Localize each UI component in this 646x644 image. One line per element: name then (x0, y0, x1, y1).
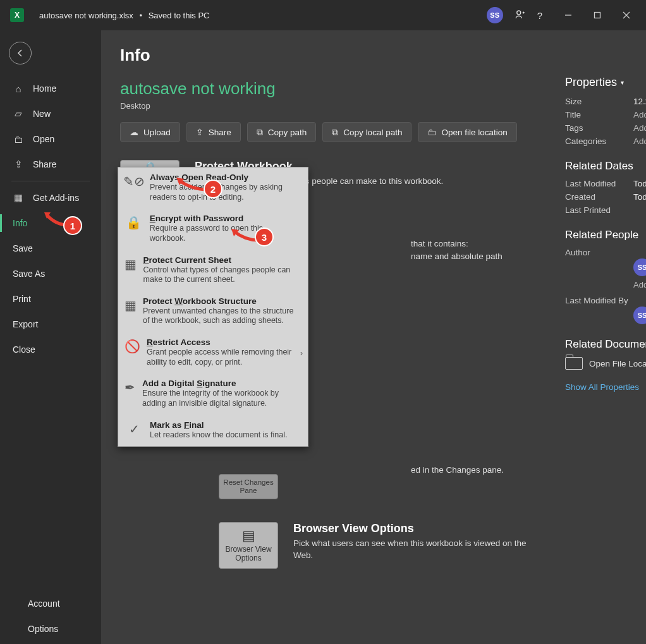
page-title: Info (120, 46, 627, 65)
author-person[interactable]: SS Srishti Sisodia (633, 258, 646, 276)
close-button[interactable] (612, 0, 641, 30)
reset-changes-pane-button[interactable]: Reset Changes Pane (219, 474, 278, 499)
prop-label: Tags (565, 123, 633, 133)
inspect-fragment: that it contains: (411, 238, 503, 250)
browser-view-options-button[interactable]: ▤ Browser View Options (219, 522, 278, 569)
share-button[interactable]: ⇪Share (186, 122, 241, 142)
protect-workbook-dropdown: ✎⊘ Always Open Read-OnlyPrevent accident… (118, 167, 308, 447)
sidebar-item-print[interactable]: Print (0, 286, 101, 312)
prop-label: Last Modified (565, 179, 633, 188)
sidebar-item-export[interactable]: Export (0, 312, 101, 337)
properties-panel: Properties Size12.2KB TitleAdd a title T… (565, 76, 646, 392)
inspect-fragment: name and absolute path (411, 250, 503, 263)
readonly-icon: ✎⊘ (125, 173, 143, 202)
dropdown-protect-sheet[interactable]: ▦ Protect Current SheetControl what type… (118, 250, 308, 291)
svg-point-0 (516, 11, 520, 15)
annotation-badge-2: 2 (204, 179, 222, 198)
dropdown-digital-signature[interactable]: ✒ Add a Digital SignatureEnsure the inte… (118, 374, 308, 415)
sheet-lock-icon: ▦ (125, 255, 137, 285)
prop-label: Size (565, 97, 633, 106)
copy-local-path-button[interactable]: ⧉Copy local path (322, 122, 411, 142)
prop-label: Created (565, 192, 633, 202)
modified-by-label: Last Modified By (565, 296, 646, 305)
annotation-badge-1: 1 (63, 216, 82, 235)
signature-icon: ✒ (125, 379, 136, 408)
addins-icon: ▦ (13, 192, 24, 204)
browser-view-section: ▤ Browser View Options Browser View Opti… (219, 522, 546, 569)
folder-icon (565, 357, 583, 370)
file-location: Desktop (120, 101, 627, 111)
document-title: autosave not working.xlsx • Saved to thi… (39, 11, 210, 20)
avatar: SS (633, 307, 646, 324)
link-icon: ⧉ (257, 127, 263, 138)
open-file-location-link[interactable]: Open File Location (565, 357, 646, 370)
home-icon: ⌂ (13, 83, 24, 94)
add-title-link[interactable]: Add a title (633, 110, 646, 119)
prop-value-size: 12.2KB (633, 97, 646, 106)
restrict-icon: 🚫 (125, 337, 140, 367)
coming-soon-icon[interactable] (515, 9, 526, 22)
prop-label: Categories (565, 137, 633, 146)
user-avatar[interactable]: SS (487, 7, 503, 23)
new-icon: ▱ (13, 108, 24, 119)
dropdown-restrict-access[interactable]: 🚫 Restrict AccessGrant people access whi… (118, 332, 308, 374)
copy-path-button[interactable]: ⧉Copy path (247, 122, 317, 142)
sidebar-item-open[interactable]: 🗀Open (0, 126, 101, 152)
share-icon: ⇪ (13, 159, 24, 170)
prop-label: Title (565, 110, 633, 119)
add-author-link[interactable]: Add an author (633, 280, 646, 289)
upload-button[interactable]: ☁Upload (120, 122, 180, 142)
author-label: Author (565, 248, 633, 257)
browser-desc: Pick what users can see when this workbo… (293, 538, 546, 562)
sidebar-item-addins[interactable]: ▦Get Add-ins (0, 185, 101, 210)
svg-rect-2 (595, 13, 600, 18)
changes-fragment: ed in the Changes pane. (411, 465, 504, 475)
encrypt-icon: 🔒 (125, 214, 143, 243)
prop-value-created: Today, 15:59 (633, 192, 646, 202)
excel-app-icon: X (10, 8, 24, 22)
back-button[interactable] (9, 42, 32, 64)
sidebar-item-home[interactable]: ⌂Home (0, 76, 101, 101)
add-tag-link[interactable]: Add a tag (633, 123, 646, 133)
dropdown-protect-structure[interactable]: ▦ Protect Workbook StructurePrevent unwa… (118, 291, 308, 332)
minimize-button[interactable] (554, 0, 583, 30)
properties-heading[interactable]: Properties (565, 76, 646, 89)
prop-value-modified: Today, 16:43 (633, 179, 646, 188)
sidebar-item-options[interactable]: Options (0, 616, 101, 641)
folder-icon: 🗀 (427, 127, 436, 137)
open-icon: 🗀 (13, 134, 24, 145)
file-title: autosave not working (120, 79, 627, 99)
link-icon: ⧉ (332, 127, 338, 138)
sidebar-item-account[interactable]: Account (0, 591, 101, 616)
final-icon: ✓ (125, 420, 143, 440)
open-file-location-button[interactable]: 🗀Open file location (418, 122, 516, 142)
title-bar: X autosave not working.xlsx • Saved to t… (0, 0, 646, 30)
upload-icon: ☁ (130, 127, 138, 137)
related-documents-heading: Related Documents (565, 338, 646, 351)
sheet-icon: ▤ (242, 528, 255, 544)
action-row: ☁Upload ⇪Share ⧉Copy path ⧉Copy local pa… (120, 122, 627, 142)
structure-lock-icon: ▦ (125, 296, 137, 326)
sidebar-item-save[interactable]: Save (0, 236, 101, 261)
backstage-sidebar: ⌂Home ▱New 🗀Open ⇪Share ▦Get Add-ins Inf… (0, 30, 101, 644)
sidebar-item-share[interactable]: ⇪Share (0, 152, 101, 177)
related-dates-heading: Related Dates (565, 160, 646, 173)
submenu-arrow-icon: › (300, 349, 303, 358)
sidebar-item-close[interactable]: Close (0, 337, 101, 362)
sidebar-item-new[interactable]: ▱New (0, 101, 101, 126)
avatar: SS (633, 258, 646, 276)
help-icon[interactable]: ? (537, 10, 542, 21)
browser-title: Browser View Options (293, 522, 546, 535)
sidebar-item-saveas[interactable]: Save As (0, 261, 101, 286)
add-category-link[interactable]: Add a category (633, 137, 646, 146)
share-pill-icon: ⇪ (196, 127, 204, 137)
annotation-badge-3: 3 (255, 228, 274, 246)
maximize-button[interactable] (583, 0, 612, 30)
show-all-properties-link[interactable]: Show All Properties (565, 382, 646, 392)
prop-label: Last Printed (565, 205, 633, 215)
dropdown-encrypt-password[interactable]: 🔒 Encrypt with PasswordRequire a passwor… (118, 209, 308, 250)
related-people-heading: Related People (565, 229, 646, 241)
modified-by-person[interactable]: SS Srishti Sisodia (633, 307, 646, 324)
dropdown-mark-final[interactable]: ✓ Mark as FinalLet readers know the docu… (118, 415, 308, 447)
